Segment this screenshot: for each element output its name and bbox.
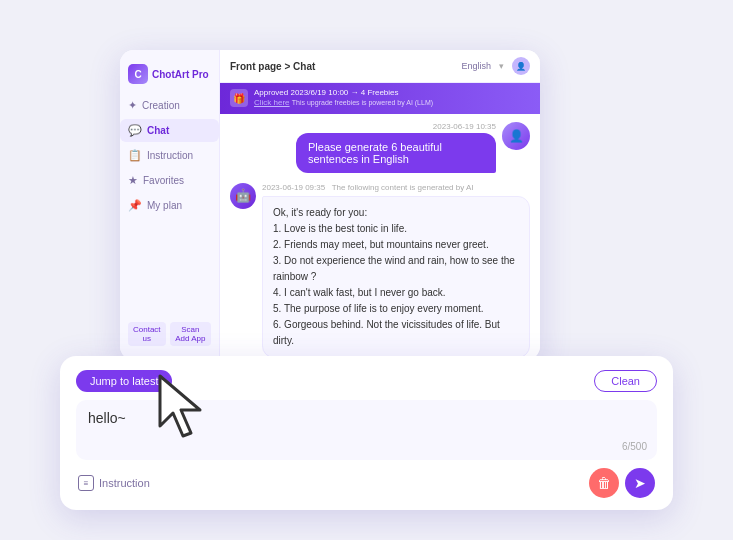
instruction-icon: ≡ (78, 475, 94, 491)
clean-button[interactable]: Clean (594, 370, 657, 392)
sidebar: C ChotArt Pro ✦ Creation 💬 Chat 📋 Instru… (120, 50, 220, 360)
user-avatar: 👤 (502, 122, 530, 150)
instruction-icon: 📋 (128, 149, 142, 162)
myplan-icon: 📌 (128, 199, 142, 212)
chat-icon: 💬 (128, 124, 142, 137)
trash-icon: 🗑 (597, 475, 611, 491)
ai-msg-meta: 2023-06-19 09:35 The following content i… (262, 183, 530, 192)
contact-us-button[interactable]: Contact us (128, 322, 166, 346)
ai-msg-content: 2023-06-19 09:35 The following content i… (262, 183, 530, 360)
sidebar-item-favorites[interactable]: ★ Favorites (120, 169, 219, 192)
delete-button[interactable]: 🗑 (589, 468, 619, 498)
jump-to-latest-button[interactable]: Jump to latest (76, 370, 172, 392)
send-button[interactable]: ➤ (625, 468, 655, 498)
sidebar-nav: ✦ Creation 💬 Chat 📋 Instruction ★ Favori… (120, 94, 219, 316)
logo-text: ChotArt Pro (152, 69, 209, 80)
bottom-input-section: Jump to latest Clean hello~ 6/500 ≡ Inst… (60, 356, 673, 510)
chat-banner: 🎁 Approved 2023/6/19 10:00 → 4 Freebies … (220, 83, 540, 114)
char-count: 6/500 (622, 441, 647, 452)
logo-icon: C (128, 64, 148, 84)
user-msg-time: 2023-06-19 10:35 (433, 122, 496, 131)
chevron-down-icon: ▾ (499, 61, 504, 71)
sidebar-logo: C ChotArt Pro (120, 58, 219, 94)
sidebar-item-creation[interactable]: ✦ Creation (120, 94, 219, 117)
sidebar-item-chat[interactable]: 💬 Chat (120, 119, 219, 142)
chat-header: Front page > Chat English ▾ 👤 (220, 50, 540, 83)
input-area[interactable]: hello~ 6/500 (76, 400, 657, 460)
chat-messages: 2023-06-19 10:35 Please generate 6 beaut… (220, 114, 540, 360)
banner-link[interactable]: Click here (254, 98, 290, 107)
sidebar-item-myplan[interactable]: 📌 My plan (120, 194, 219, 217)
instruction-button[interactable]: ≡ Instruction (78, 475, 150, 491)
banner-icon: 🎁 (230, 89, 248, 107)
sidebar-item-label: Favorites (143, 175, 184, 186)
sidebar-item-instruction[interactable]: 📋 Instruction (120, 144, 219, 167)
ai-message: 🤖 2023-06-19 09:35 The following content… (230, 183, 530, 360)
app-window: C ChotArt Pro ✦ Creation 💬 Chat 📋 Instru… (120, 50, 540, 360)
chat-header-right: English ▾ 👤 (461, 57, 530, 75)
sidebar-item-label: Chat (147, 125, 169, 136)
user-avatar-small: 👤 (512, 57, 530, 75)
language-select[interactable]: English (461, 61, 491, 71)
sidebar-item-label: Instruction (147, 150, 193, 161)
sidebar-bottom: Contact us Scan Add App (120, 316, 219, 352)
favorites-icon: ★ (128, 174, 138, 187)
sidebar-item-label: Creation (142, 100, 180, 111)
sidebar-item-label: My plan (147, 200, 182, 211)
bottom-top-bar: Jump to latest Clean (76, 370, 657, 392)
ai-msg-bubble: Ok, it's ready for you: 1. Love is the b… (262, 196, 530, 358)
ai-avatar: 🤖 (230, 183, 256, 209)
user-msg-bubble: Please generate 6 beautiful sentences in… (296, 133, 496, 173)
chat-header-title: Front page > Chat (230, 61, 315, 72)
scan-app-button[interactable]: Scan Add App (170, 322, 211, 346)
input-text[interactable]: hello~ (88, 410, 645, 440)
banner-text: Approved 2023/6/19 10:00 → 4 Freebies Cl… (254, 88, 530, 109)
creation-icon: ✦ (128, 99, 137, 112)
banner-sub-text: This upgrade freebies is powered by AI (… (292, 99, 433, 106)
send-actions: 🗑 ➤ (589, 468, 655, 498)
input-bottom-bar: ≡ Instruction 🗑 ➤ (76, 468, 657, 498)
chat-main: Front page > Chat English ▾ 👤 🎁 Approved… (220, 50, 540, 360)
send-icon: ➤ (634, 475, 646, 491)
user-message: 2023-06-19 10:35 Please generate 6 beaut… (230, 122, 530, 173)
